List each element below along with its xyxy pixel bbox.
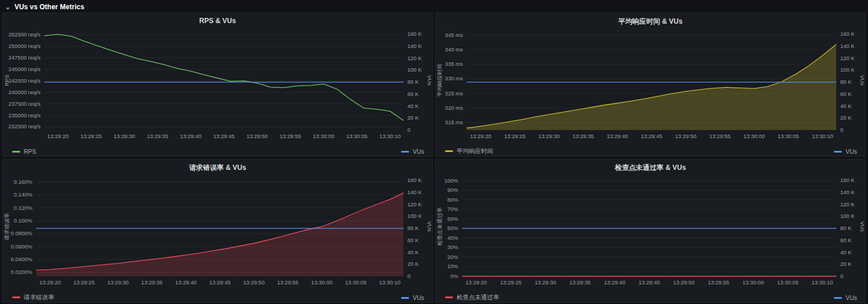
legend-item[interactable]: VUs — [834, 148, 857, 155]
x-axis-tick-label: 13:30:10 — [379, 279, 400, 286]
right-axis-tick-label: 160 K — [407, 31, 422, 37]
right-axis-tick-label: 160 K — [840, 31, 855, 37]
legend-right: VUs — [401, 291, 424, 302]
avg-response-time-vus-chart-canvas[interactable]: 315 ms320 ms325 ms330 ms335 ms340 ms345 … — [436, 27, 865, 143]
left-axis-tick-label: 340 ms — [445, 46, 463, 53]
legend-label: RPS — [24, 148, 36, 155]
panel-check-fail-rate-vus: 检查点未通过率 & VUs 0%10%20%30%40%50%60%70%80%… — [435, 159, 866, 303]
x-axis-tick-label: 13:29:45 — [214, 133, 235, 139]
right-axis-tick-label: 60 K — [407, 237, 419, 243]
right-axis-tick-label: 100 K — [840, 66, 855, 73]
row-header-vus-vs-other-metrics[interactable]: ⌄ VUs vs Other Metrics — [2, 1, 866, 13]
panel-title-avg-response-time-vus[interactable]: 平均响应时间 & VUs — [436, 17, 865, 27]
right-axis-title: VUs — [426, 221, 432, 232]
legend-left: 检查点未通过率 — [445, 290, 499, 302]
legend-item[interactable]: VUs — [401, 148, 424, 155]
legend-row: 请求错误率 VUs — [3, 291, 432, 301]
left-axis-tick-label: 100% — [444, 177, 459, 184]
x-axis-tick-label: 13:29:50 — [675, 133, 697, 139]
left-axis-tick-label: 0.160% — [14, 179, 33, 185]
legend-marker-icon — [445, 150, 453, 152]
x-axis-tick-label: 13:29:20 — [470, 133, 491, 139]
right-axis-tick-label: 80 K — [407, 79, 419, 85]
legend-left: RPS — [12, 144, 36, 155]
legend-item[interactable]: VUs — [401, 294, 424, 301]
right-axis-tick-label: 20 K — [407, 114, 419, 121]
right-axis-tick-label: 20 K — [407, 261, 419, 267]
right-axis-tick-label: 120 K — [840, 55, 855, 61]
legend-item[interactable]: RPS — [12, 148, 36, 155]
series-area — [36, 193, 403, 276]
left-axis-tick-label: 0.0200% — [10, 269, 32, 275]
check-fail-rate-vus-chart-canvas[interactable]: 0%10%20%30%40%50%60%70%80%90%100%020 K40… — [436, 173, 865, 289]
x-axis-tick-label: 13:29:35 — [569, 279, 591, 286]
legend-item[interactable]: 请求错误率 — [12, 294, 54, 302]
panel-title-request-error-rate-vus[interactable]: 请求错误率 & VUs — [3, 163, 432, 173]
left-axis-tick-label: 40% — [447, 235, 459, 241]
x-axis-tick-label: 13:29:20 — [465, 279, 487, 286]
left-axis-tick-label: 10% — [447, 263, 459, 269]
right-axis-tick-label: 40 K — [407, 103, 419, 109]
rps-vus-chart-canvas[interactable]: 232500 req/s235000 req/s237500 req/s2400… — [3, 27, 432, 143]
right-axis-title: VUs — [859, 221, 865, 232]
right-axis-tick-label: 100 K — [407, 213, 422, 219]
left-axis-tick-label: 315 ms — [445, 119, 463, 125]
right-axis-tick-label: 120 K — [407, 201, 422, 207]
right-axis-tick-label: 20 K — [840, 261, 852, 267]
left-axis-tick-label: 242500 req/s — [9, 77, 41, 84]
right-axis-tick-label: 80 K — [840, 225, 852, 231]
panel-avg-response-time-vus: 平均响应时间 & VUs 315 ms320 ms325 ms330 ms335… — [435, 13, 866, 157]
left-axis-tick-label: 235000 req/s — [9, 112, 41, 118]
right-axis-tick-label: 160 K — [407, 177, 422, 183]
x-axis-tick-label: 13:29:30 — [538, 133, 560, 139]
x-axis-tick-label: 13:29:30 — [107, 279, 128, 286]
x-axis-tick-label: 13:29:25 — [73, 279, 95, 286]
right-axis-tick-label: 160 K — [840, 177, 855, 183]
right-axis-tick-label: 80 K — [407, 225, 419, 231]
legend-item[interactable]: 检查点未通过率 — [445, 294, 499, 302]
right-axis-tick-label: 0 — [407, 273, 410, 279]
x-axis-tick-label: 13:29:55 — [279, 133, 301, 139]
legend-marker-icon — [401, 297, 409, 299]
left-axis-tick-label: 240000 req/s — [9, 89, 41, 95]
legend-left: 请求错误率 — [12, 290, 54, 302]
x-axis-tick-label: 13:30:10 — [812, 133, 833, 139]
legend-right: VUs — [834, 144, 857, 155]
panel-title-check-fail-rate-vus[interactable]: 检查点未通过率 & VUs — [436, 163, 865, 173]
x-axis-tick-label: 13:29:30 — [535, 279, 556, 286]
legend-left: 平均响应时间 — [445, 144, 493, 155]
left-axis-tick-label: 30% — [447, 244, 459, 250]
legend-marker-icon — [401, 151, 409, 153]
left-axis-tick-label: 247500 req/s — [9, 54, 41, 61]
legend-row: 检查点未通过率 VUs — [436, 291, 865, 301]
panel-title-rps-vus[interactable]: RPS & VUs — [3, 17, 432, 25]
x-axis-tick-label: 13:29:25 — [500, 279, 521, 286]
x-axis-tick-label: 13:29:40 — [180, 133, 201, 139]
left-axis-tick-label: 70% — [447, 206, 459, 212]
legend-item[interactable]: 平均响应时间 — [445, 147, 493, 155]
x-axis-tick-label: 13:29:45 — [641, 133, 663, 139]
legend-item[interactable]: VUs — [834, 294, 857, 301]
right-axis-tick-label: 40 K — [840, 103, 852, 109]
legend-label: 检查点未通过率 — [457, 294, 499, 302]
x-axis-tick-label: 13:30:05 — [346, 133, 367, 139]
x-axis-tick-label: 13:30:10 — [380, 133, 401, 139]
legend-marker-icon — [834, 151, 842, 153]
x-axis-tick-label: 13:29:30 — [113, 133, 135, 139]
x-axis-tick-label: 13:29:45 — [639, 279, 660, 286]
x-axis-tick-label: 13:29:40 — [175, 279, 197, 286]
left-axis-tick-label: 90% — [447, 187, 459, 193]
x-axis-tick-label: 13:29:40 — [606, 133, 628, 139]
panel-request-error-rate-vus: 请求错误率 & VUs 0.0200%0.0400%0.0600%0.0800%… — [2, 159, 433, 303]
left-axis-tick-label: 335 ms — [445, 61, 463, 67]
left-axis-tick-label: 20% — [447, 254, 459, 260]
left-axis-tick-label: 232500 req/s — [9, 123, 41, 129]
request-error-rate-vus-chart-canvas[interactable]: 0.0200%0.0400%0.0600%0.0800%0.100%0.120%… — [3, 173, 432, 289]
legend-marker-icon — [12, 151, 20, 153]
left-axis-tick-label: 80% — [447, 197, 459, 203]
x-axis-tick-label: 13:29:25 — [504, 133, 525, 139]
x-axis-tick-label: 13:29:50 — [673, 279, 694, 286]
left-axis-tick-label: 0.120% — [14, 205, 33, 211]
right-axis-tick-label: 140 K — [407, 189, 422, 195]
x-axis-tick-label: 13:30:00 — [313, 133, 334, 139]
